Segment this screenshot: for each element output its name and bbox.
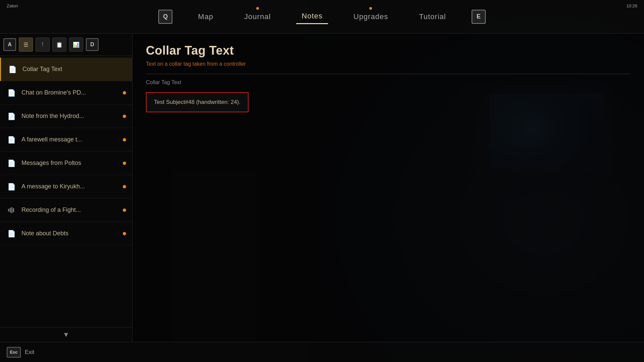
list-item-chat-bromine[interactable]: 📄 Chat on Bromine's PD...: [0, 81, 132, 105]
doc-icon-hydrod: 📄: [6, 111, 17, 122]
new-indicator-fight: [123, 208, 126, 212]
alert-filter-button[interactable]: !: [36, 38, 50, 52]
item-label-recording-fight: Recording of a Fight...: [21, 206, 120, 214]
list-item-recording-fight[interactable]: Recording of a Fight...: [0, 198, 132, 222]
e-key-button[interactable]: E: [472, 10, 486, 24]
svg-rect-3: [13, 208, 14, 212]
audio-filter-button[interactable]: 📊: [69, 38, 83, 52]
list-item-note-hydrod[interactable]: 📄 Note from the Hydrod...: [0, 105, 132, 128]
bottombar: Esc Exit: [0, 342, 644, 362]
note-type-label: Collar Tag Text: [146, 79, 631, 85]
note-title: Collar Tag Text: [146, 44, 631, 58]
system-name: Zaton: [7, 3, 18, 8]
new-indicator-kiryukh: [123, 185, 126, 188]
doc-icon-farewell: 📄: [6, 134, 17, 145]
esc-key-button[interactable]: Esc: [7, 347, 21, 358]
new-indicator-farewell: [123, 138, 126, 141]
journal-dot: [256, 7, 259, 10]
item-label-chat-bromine: Chat on Bromine's PD...: [21, 89, 120, 96]
note-subtitle: Text on a collar tag taken from a contro…: [146, 61, 631, 67]
svg-rect-1: [10, 208, 11, 213]
item-label-collar-tag: Collar Tag Text: [22, 66, 126, 73]
new-indicator-poltos: [123, 162, 126, 165]
waveform-icon: 📊: [73, 42, 79, 48]
new-indicator-bromine: [123, 91, 126, 95]
list-item-farewell[interactable]: 📄 A farewell message t...: [0, 128, 132, 152]
nav-items: Q Map Journal Notes Upgrades Tutorial E: [158, 9, 485, 24]
item-label-note-debts: Note about Debts: [21, 230, 120, 237]
topbar: Zaton 10:26 Q Map Journal Notes Upgrades…: [0, 0, 644, 34]
nav-item-tutorial[interactable]: Tutorial: [414, 10, 451, 24]
nav-item-map[interactable]: Map: [193, 10, 219, 24]
list-item-collar-tag[interactable]: 📄 Collar Tag Text: [0, 58, 132, 81]
scroll-down-icon[interactable]: ▼: [63, 331, 69, 339]
list-item-note-debts[interactable]: 📄 Note about Debts: [0, 222, 132, 245]
doc-icon-kiryukh: 📄: [6, 181, 17, 192]
main-content: A ☰ ! 📋 📊 D 📄 Collar Tag Text: [0, 34, 644, 342]
nav-item-notes[interactable]: Notes: [296, 9, 328, 24]
system-info: Zaton: [7, 3, 18, 8]
sidebar-toolbar: A ☰ ! 📋 📊 D: [0, 34, 132, 56]
sidebar: A ☰ ! 📋 📊 D 📄 Collar Tag Text: [0, 34, 132, 342]
new-indicator-debts: [123, 232, 126, 235]
q-key-button[interactable]: Q: [158, 10, 172, 24]
item-label-messages-poltos: Messages from Poltos: [21, 160, 120, 167]
note-content-box: Test Subject#48 (handwritten: 24).: [146, 92, 249, 112]
nav-item-journal[interactable]: Journal: [239, 10, 276, 24]
list-view-button[interactable]: ☰: [19, 38, 33, 52]
alert-icon: !: [42, 42, 43, 48]
svg-rect-2: [11, 207, 12, 213]
audio-icon-fight: [6, 205, 17, 216]
list-item-messages-poltos[interactable]: 📄 Messages from Poltos: [0, 152, 132, 175]
svg-rect-0: [8, 209, 9, 212]
document-filter-button[interactable]: 📋: [52, 38, 66, 52]
item-label-farewell: A farewell message t...: [21, 136, 120, 143]
a-key-button[interactable]: A: [3, 38, 16, 51]
sidebar-list: 📄 Collar Tag Text 📄 Chat on Bromine's PD…: [0, 56, 132, 327]
doc-icon-bromine: 📄: [6, 87, 17, 98]
doc-icon-collar: 📄: [7, 64, 18, 75]
item-label-note-hydrod: Note from the Hydrod...: [21, 113, 120, 120]
upgrades-dot: [369, 7, 372, 10]
note-content-text: Test Subject#48 (handwritten: 24).: [154, 99, 240, 105]
nav-item-upgrades[interactable]: Upgrades: [348, 10, 393, 24]
time-display: 10:26: [626, 3, 637, 8]
item-label-message-kiryukh: A message to Kiryukh...: [21, 183, 120, 190]
doc-icon-debts: 📄: [6, 228, 17, 239]
note-divider: [146, 74, 631, 74]
new-indicator-hydrod: [123, 115, 126, 118]
sidebar-bottom: ▼: [0, 327, 132, 342]
list-icon: ☰: [23, 42, 28, 48]
exit-label: Exit: [25, 349, 34, 356]
d-key-button[interactable]: D: [86, 38, 99, 51]
content-panel: Collar Tag Text Text on a collar tag tak…: [132, 34, 644, 342]
doc-icon-poltos: 📄: [6, 158, 17, 169]
document-icon: 📋: [56, 42, 63, 48]
list-item-message-kiryukh[interactable]: 📄 A message to Kiryukh...: [0, 175, 132, 198]
